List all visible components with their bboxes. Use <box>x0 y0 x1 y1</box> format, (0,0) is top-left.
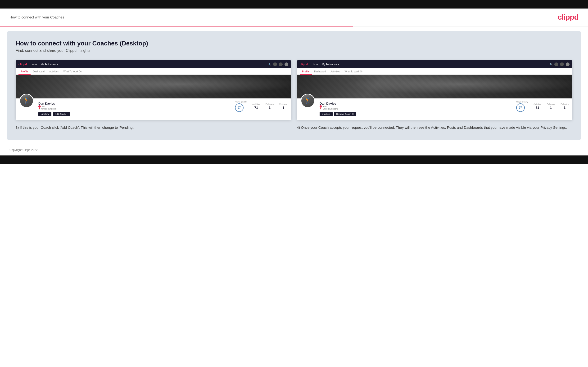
left-location-icon: 📍 <box>38 108 41 110</box>
left-mock-nav: clippd Home My Performance 🔍 <box>16 60 291 68</box>
left-nav-home[interactable]: Home <box>31 63 37 66</box>
right-user-name: Dan Davies <box>320 102 509 105</box>
left-tab-profile[interactable]: Profile <box>18 68 31 75</box>
left-user-info: Dan Davies Pro 📍 United Kingdom Unfollow <box>38 101 228 116</box>
right-player-figure: 🏌️ <box>305 98 311 104</box>
left-quality-label: Player Quality <box>235 101 247 103</box>
left-plus-icon: + <box>67 113 68 115</box>
left-hero-overlay <box>16 75 291 99</box>
right-followers-value: 1 <box>550 106 552 109</box>
right-nav-performance[interactable]: My Performance <box>322 63 339 66</box>
right-stat-quality: Player Quality 97 <box>516 101 528 112</box>
left-column: clippd Home My Performance 🔍 Profile Das… <box>16 60 291 130</box>
right-location-icon: 📍 <box>320 108 322 110</box>
right-stat-following: Following 1 <box>561 103 569 110</box>
page-subheading: Find, connect and share your Clippd insi… <box>16 49 572 53</box>
right-column: clippd Home My Performance 🔍 Profile Das… <box>297 60 572 130</box>
right-following-label: Following <box>561 103 569 105</box>
right-stat-activities: Activities 71 <box>534 103 541 110</box>
left-mock-stats: Player Quality 97 Activities 71 Follower… <box>233 101 287 112</box>
right-mock-browser: clippd Home My Performance 🔍 Profile Das… <box>297 60 572 120</box>
right-unfollow-button[interactable]: Unfollow <box>320 112 333 116</box>
left-player-figure: 🏌️ <box>24 98 30 104</box>
right-action-buttons: Unfollow Remove Coach ✕ <box>320 112 509 116</box>
right-user-location: 📍 United Kingdom <box>320 108 509 110</box>
right-activities-label: Activities <box>534 103 541 105</box>
right-quality-label: Player Quality <box>516 101 528 103</box>
left-quality-circle: 97 <box>235 103 243 112</box>
right-user-role: Pro <box>320 105 509 108</box>
bottom-bar <box>0 155 588 164</box>
right-mock-stats: Player Quality 97 Activities 71 Follower… <box>514 101 569 112</box>
left-user-icon[interactable] <box>273 62 277 66</box>
left-mock-nav-icons: 🔍 <box>268 62 288 66</box>
top-bar <box>0 0 588 8</box>
left-add-coach-button[interactable]: Add Coach + <box>53 112 70 116</box>
right-caption: 4) Once your Coach accepts your request … <box>297 125 572 130</box>
right-nav-home[interactable]: Home <box>312 63 318 66</box>
right-avatar-inner: 🏌️ <box>301 94 314 107</box>
left-mock-logo: clippd <box>18 63 27 66</box>
right-activities-value: 71 <box>536 106 539 109</box>
left-tab-activities[interactable]: Activities <box>47 68 61 75</box>
right-verified-icon <box>320 105 322 108</box>
right-tab-whattworkon[interactable]: What To Work On <box>342 68 366 75</box>
left-stat-quality: Player Quality 97 <box>235 101 247 112</box>
header-title: How to connect with your Coaches <box>9 15 64 19</box>
left-tab-whattworkon[interactable]: What To Work On <box>61 68 85 75</box>
left-following-label: Following <box>279 103 287 105</box>
left-user-name: Dan Davies <box>38 102 228 105</box>
right-quality-circle: 97 <box>516 103 525 112</box>
right-user-info: Dan Davies Pro 📍 United Kingdom Unfollow <box>320 101 509 116</box>
left-nav-performance[interactable]: My Performance <box>41 63 58 66</box>
right-settings-icon[interactable] <box>560 62 564 66</box>
right-search-icon[interactable]: 🔍 <box>550 63 553 66</box>
main-content: How to connect with your Coaches (Deskto… <box>7 31 581 140</box>
header: How to connect with your Coaches clippd <box>0 8 588 26</box>
right-mock-logo: clippd <box>300 63 308 66</box>
right-mock-nav-icons: 🔍 <box>550 62 570 66</box>
logo: clippd <box>558 13 579 22</box>
left-unfollow-button[interactable]: Unfollow <box>38 112 52 116</box>
left-verified-icon <box>38 105 41 108</box>
right-x-icon: ✕ <box>352 113 354 115</box>
page-heading: How to connect with your Coaches (Deskto… <box>16 40 572 47</box>
left-avatar-inner: 🏌️ <box>20 94 33 107</box>
left-user-role: Pro <box>38 105 228 108</box>
right-hero-overlay <box>297 75 572 99</box>
left-stat-following: Following 1 <box>279 103 287 110</box>
copyright-text: Copyright Clippd 2022 <box>9 148 38 152</box>
left-user-location: 📍 United Kingdom <box>38 108 228 110</box>
left-activities-label: Activities <box>252 103 260 105</box>
right-followers-label: Followers <box>547 103 555 105</box>
left-avatar: 🏌️ <box>19 94 34 108</box>
right-mock-hero <box>297 75 572 99</box>
left-tab-dashboard[interactable]: Dashboard <box>31 68 47 75</box>
right-user-icon[interactable] <box>554 62 558 66</box>
left-search-icon[interactable]: 🔍 <box>268 63 271 66</box>
left-followers-value: 1 <box>269 106 270 109</box>
left-followers-label: Followers <box>266 103 274 105</box>
left-action-buttons: Unfollow Add Coach + <box>38 112 228 116</box>
right-stat-followers: Followers 1 <box>547 103 555 110</box>
left-stat-activities: Activities 71 <box>252 103 260 110</box>
footer: Copyright Clippd 2022 <box>0 145 588 155</box>
right-tab-activities[interactable]: Activities <box>328 68 342 75</box>
left-mock-tabs: Profile Dashboard Activities What To Wor… <box>16 68 291 75</box>
left-settings-icon[interactable] <box>279 62 283 66</box>
right-tab-profile[interactable]: Profile <box>300 68 312 75</box>
right-mock-tabs: Profile Dashboard Activities What To Wor… <box>297 68 572 75</box>
header-divider <box>0 26 588 26</box>
right-mock-nav: clippd Home My Performance 🔍 <box>297 60 572 68</box>
left-mock-hero <box>16 75 291 99</box>
right-profile-section: 🏌️ Dan Davies Pro 📍 United Kingdom <box>297 99 572 120</box>
right-following-value: 1 <box>564 106 565 109</box>
left-avatar-icon[interactable] <box>285 62 288 66</box>
right-tab-dashboard[interactable]: Dashboard <box>312 68 328 75</box>
left-stat-followers: Followers 1 <box>266 103 274 110</box>
left-mock-browser: clippd Home My Performance 🔍 Profile Das… <box>16 60 291 120</box>
right-avatar-icon[interactable] <box>566 62 570 66</box>
right-remove-coach-button[interactable]: Remove Coach ✕ <box>334 112 356 116</box>
left-activities-value: 71 <box>254 106 258 109</box>
right-avatar: 🏌️ <box>301 94 315 108</box>
